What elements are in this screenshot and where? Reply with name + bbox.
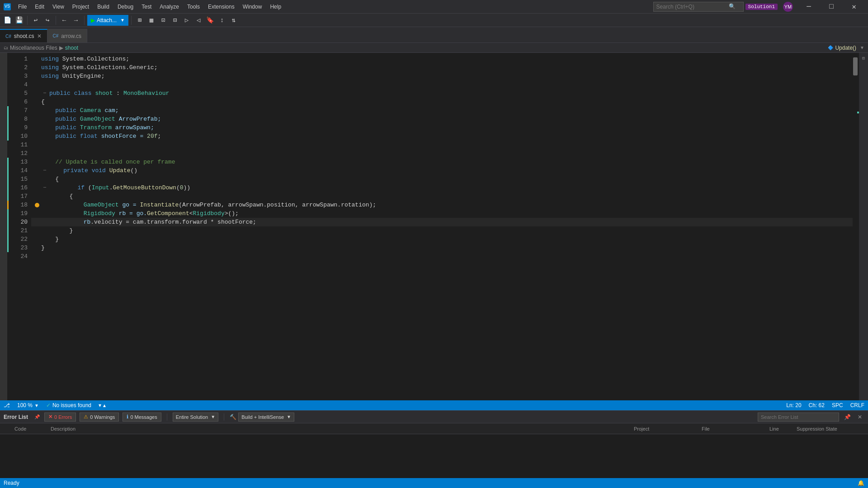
toolbar-btn-4[interactable]: ⊟ — [170, 15, 180, 26]
token: MonoBehaviour — [123, 89, 169, 98]
token: using — [41, 63, 59, 72]
tab-close-1[interactable]: ✕ — [37, 33, 42, 39]
tab-shoot-cs[interactable]: C# shoot.cs ✕ — [0, 29, 47, 42]
pin-panel-btn[interactable]: 📌 — [33, 413, 41, 421]
status-next-issue[interactable]: ▾ ▴ — [99, 402, 106, 408]
right-scrollbar[interactable] — [853, 53, 859, 400]
breadcrumb-dropdown-icon[interactable]: ▼ — [860, 45, 864, 50]
code-line-1: using System.Collections; — [31, 55, 853, 63]
menu-project[interactable]: Project — [69, 3, 93, 11]
line-num-19: 19 — [12, 209, 28, 218]
col-code-header[interactable]: Code — [14, 426, 51, 432]
back-btn[interactable]: ← — [59, 15, 70, 26]
change-mark-22 — [7, 235, 9, 244]
breadcrumb-class[interactable]: shoot — [65, 45, 78, 51]
collapse-btn-14[interactable]: ─ — [41, 167, 48, 174]
right-edge-tools: ⊞ — [859, 53, 868, 400]
source-control-icon: ⎇ — [4, 402, 10, 408]
line-num-14: 14 — [12, 166, 28, 175]
toolbar-btn-5[interactable]: ▷ — [181, 15, 192, 26]
warnings-filter-btn[interactable]: ⚠ 0 Warnings — [80, 413, 119, 422]
code-line-8: public GameObject ArrowPrefab; — [31, 115, 853, 123]
close-button[interactable]: ✕ — [844, 0, 864, 14]
menu-file[interactable]: File — [14, 3, 30, 11]
collapse-btn-5[interactable]: ─ — [41, 90, 48, 97]
menu-extensions[interactable]: Extensions — [204, 3, 238, 11]
menu-build[interactable]: Build — [94, 3, 113, 11]
token: 20f — [147, 132, 157, 141]
forward-btn[interactable]: → — [71, 15, 81, 26]
error-scope-selector[interactable]: Entire Solution ▼ — [173, 413, 218, 422]
status-issues[interactable]: ✓ No issues found — [46, 402, 91, 408]
attach-dropdown-icon[interactable]: ▼ — [120, 18, 125, 23]
undo-btn[interactable]: ↩ — [30, 15, 41, 26]
toolbar-btn-6[interactable]: ◁ — [193, 15, 204, 26]
toolbar-btn-1[interactable]: ⊞ — [134, 15, 145, 26]
error-table-body — [0, 434, 868, 478]
menu-tools[interactable]: Tools — [184, 3, 203, 11]
build-filter-selector[interactable]: Build + IntelliSense ▼ — [238, 413, 294, 422]
toolbar-btn-3[interactable]: ⊡ — [158, 15, 169, 26]
status-right: Ln: 20 Ch: 62 SPC CRLF — [786, 402, 864, 408]
message-icon: ℹ — [127, 414, 128, 420]
code-line-22: } — [31, 235, 853, 244]
line-num-8: 8 — [12, 115, 28, 123]
maximize-button[interactable]: □ — [821, 0, 842, 14]
toolbar-btn-2[interactable]: ▦ — [146, 15, 157, 26]
toolbar-btn-9[interactable]: ⇅ — [228, 15, 239, 26]
bookmark-btn[interactable]: 🔖 — [205, 15, 216, 26]
token: )) — [184, 183, 191, 192]
redo-btn[interactable]: ↪ — [42, 15, 53, 26]
code-editor[interactable]: 123456789101112131415161718192021222324 … — [7, 53, 853, 400]
breadcrumb-method[interactable]: Update() — [835, 45, 856, 51]
token: Update — [109, 166, 131, 175]
breadcrumb-files[interactable]: Miscellaneous Files — [10, 45, 57, 51]
col-desc-header[interactable]: Description — [51, 426, 634, 432]
new-file-btn[interactable]: 📄 — [2, 15, 13, 26]
col-suppress-header[interactable]: Suppression State — [797, 426, 864, 432]
search-box[interactable]: 🔍 — [653, 2, 744, 12]
search-input[interactable] — [656, 4, 729, 10]
col-file-header[interactable]: File — [702, 426, 769, 432]
pin-panel-btn-2[interactable]: 📌 — [843, 413, 852, 422]
menu-view[interactable]: View — [49, 3, 68, 11]
title-bar-right: 🔍 Solution1 YM ─ □ ✕ — [653, 0, 864, 14]
status-line-ending[interactable]: CRLF — [850, 402, 864, 408]
menu-help[interactable]: Help — [266, 3, 285, 11]
issues-icon: ✓ — [46, 402, 51, 408]
attach-button[interactable]: ▶ Attach... ▼ — [87, 15, 128, 26]
col-project-header[interactable]: Project — [634, 426, 702, 432]
toolbar-btn-8[interactable]: ↕ — [217, 15, 227, 26]
token — [41, 106, 55, 115]
minimize-button[interactable]: ─ — [798, 0, 819, 14]
scope-dropdown-icon: ▼ — [211, 414, 215, 419]
errors-filter-btn[interactable]: ✕ 0 Errors — [44, 413, 76, 422]
code-content[interactable]: using System.Collections;using System.Co… — [31, 53, 853, 400]
messages-filter-btn[interactable]: ℹ 0 Messages — [123, 413, 161, 422]
close-panel-btn[interactable]: ✕ — [855, 413, 864, 422]
tab-label-2: arrow.cs — [61, 33, 81, 39]
menu-edit[interactable]: Edit — [31, 3, 48, 11]
collapse-btn-16[interactable]: ─ — [41, 184, 48, 192]
save-btn[interactable]: 💾 — [14, 15, 24, 26]
menu-debug[interactable]: Debug — [114, 3, 137, 11]
error-search[interactable] — [758, 413, 839, 422]
scrollbar-thumb[interactable] — [853, 57, 858, 75]
user-avatar[interactable]: YM — [779, 2, 797, 12]
code-line-4 — [31, 80, 853, 89]
status-item-zoom[interactable]: 100 % ▼ — [17, 402, 39, 408]
edge-tool-1[interactable]: ⊞ — [860, 55, 867, 62]
error-search-input[interactable] — [761, 414, 824, 420]
bottom-status-bar: Ready 🔔 — [0, 478, 868, 488]
col-line-header[interactable]: Line — [769, 426, 797, 432]
menu-test[interactable]: Test — [138, 3, 155, 11]
code-line-7: public Camera cam; — [31, 106, 853, 115]
tab-arrow-cs[interactable]: C# arrow.cs — [47, 29, 87, 42]
play-icon: ▶ — [91, 17, 95, 23]
notifications-icon[interactable]: 🔔 — [858, 480, 864, 486]
token — [41, 201, 84, 209]
token: GameObject — [80, 115, 115, 123]
token: using — [41, 72, 59, 80]
menu-window[interactable]: Window — [239, 3, 266, 11]
menu-analyze[interactable]: Analyze — [156, 3, 183, 11]
